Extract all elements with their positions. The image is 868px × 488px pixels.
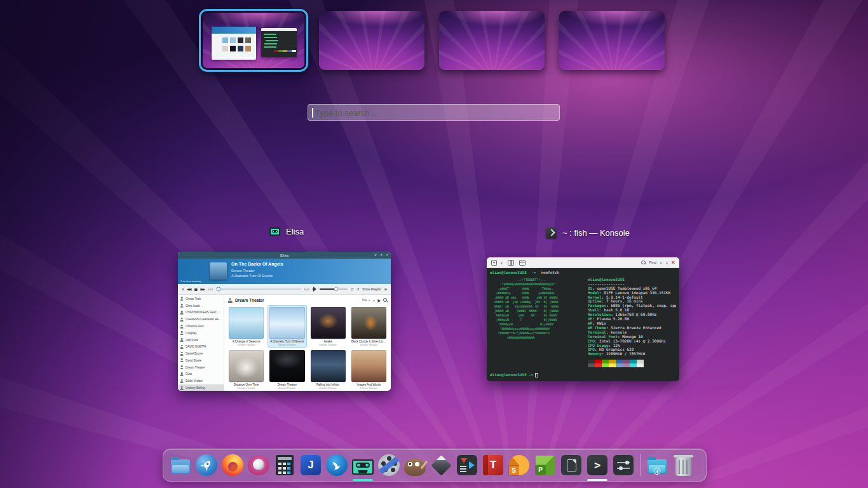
virtual-desktop-3[interactable] (439, 11, 545, 70)
seek-slider-knob[interactable] (217, 287, 221, 292)
dock-item-rocket-launcher[interactable] (195, 454, 218, 477)
skip-forward-button[interactable]: ▶▶ (200, 287, 205, 291)
dock-item-konsole[interactable]: > (586, 454, 609, 477)
dock-item-dolphin[interactable] (169, 454, 192, 477)
artist-person-icon (180, 345, 184, 349)
minimize-button[interactable]: ∨ (374, 252, 377, 259)
gimp-wilber-icon (404, 459, 426, 476)
dock-item-joplin[interactable]: J (299, 454, 322, 477)
split-view-top-bottom-icon[interactable] (519, 260, 526, 266)
artist-list-item[interactable]: Christina Perri (178, 323, 224, 330)
terminal-color-palette-row2 (588, 363, 676, 367)
dock-item-planmaker[interactable]: P (534, 454, 557, 477)
album-cover (351, 350, 386, 382)
search-icon[interactable] (383, 298, 388, 302)
dock-item-falkon[interactable] (325, 454, 348, 477)
album-item[interactable]: A Dramatic Turn Of Events Dream Theater (268, 306, 306, 347)
dock-item-settings[interactable] (612, 454, 635, 477)
artist-name: Daniel Boone (186, 352, 203, 355)
dock-separator (640, 454, 641, 477)
elisa-titlebar[interactable]: Elisa ∨ ∧ × (178, 252, 391, 259)
new-tab-dropdown-chevron[interactable]: ∨ (500, 261, 503, 265)
neofetch-info-line: DE: Plasma 5.20.80 (588, 317, 676, 322)
repeat-button[interactable]: ↺ (356, 287, 359, 291)
artist-list-item[interactable]: Creedence Clearwater Revival (178, 316, 224, 323)
prompt-arrow: -> (529, 373, 533, 377)
new-tab-icon[interactable] (491, 260, 497, 266)
album-item[interactable]: A Change of Seasons Dream Theater (227, 306, 265, 347)
artist-name: Creedence Clearwater Revival (186, 318, 222, 321)
pause-button[interactable]: ▮▮ (194, 287, 198, 291)
dock-item-presentations[interactable]: S (508, 454, 531, 477)
neofetch-output: ..:!?TBBBBT?!:.. '*$NNNNgNNNNNNNNNNNNNNN… (490, 278, 676, 367)
album-item[interactable]: Dream Theater Dream Theater (268, 349, 306, 390)
artist-list-item[interactable]: Daft Punk (178, 337, 224, 344)
skip-backward-button[interactable]: ◀◀ (187, 287, 191, 291)
terminal-area[interactable]: elias@lenovoSUSE -> neofetch ..:!?TBBBBT… (487, 268, 679, 381)
dock-item-elisa[interactable] (351, 454, 374, 477)
dock-item-video-app[interactable] (377, 454, 400, 477)
dock-item-diamond-app[interactable] (430, 454, 452, 477)
album-item[interactable]: Distance Over Time Dream Theater (227, 349, 265, 390)
dock-item-trash[interactable] (672, 454, 695, 477)
find-label[interactable]: Find (649, 261, 656, 264)
dock-item-downloads[interactable] (646, 454, 668, 477)
desktop-1-elisa-thumbnail[interactable] (212, 27, 256, 60)
dock-item-gimp[interactable] (403, 454, 426, 477)
virtual-desktop-2[interactable] (319, 11, 424, 70)
album-item[interactable]: Awake Dream Theater (309, 306, 347, 347)
artist-list-item[interactable]: Eddie Vedder (178, 377, 224, 384)
sort-dropdown[interactable]: Title ∨ (362, 299, 370, 302)
artist-list-item[interactable]: Cheap Trick (178, 295, 224, 302)
dock-item-firefox[interactable] (221, 454, 244, 477)
album-item[interactable]: Black Clouds & Silver Linings Dream Thea… (350, 306, 388, 347)
maximize-button[interactable]: ∧ (380, 252, 383, 259)
virtual-desktop-1[interactable] (199, 9, 308, 72)
album-item[interactable]: Images And Words Dream Theater (350, 349, 388, 390)
konsole-window[interactable]: ∨ Find ∨ ∧ × elias@lenovoSUSE -> neofetc… (487, 257, 679, 381)
neofetch-info-line: Terminal: konsole (588, 330, 676, 335)
now-playing-header: On The Backs Of Angels Dream Theater A D… (178, 259, 391, 284)
album-item[interactable]: Falling Into Infinity Dream Theater (309, 349, 347, 390)
find-next-chevron[interactable]: ∨ (660, 261, 662, 265)
artist-person-icon (180, 318, 184, 322)
artist-list-item[interactable]: DAVID GUETTA (178, 343, 224, 350)
desktop-1-konsole-thumbnail[interactable] (261, 28, 297, 57)
volume-icon[interactable] (313, 288, 315, 290)
artist-list-item[interactable]: Chris Isaak (178, 302, 224, 309)
split-view-left-right-icon[interactable] (508, 260, 514, 266)
collapse-header-button[interactable]: ∨ (182, 287, 184, 291)
artist-list-item[interactable]: Coldplay (178, 330, 224, 337)
artist-name: CHAINSMOKERS FEAT. XYLO, KIIARA (186, 311, 222, 314)
close-button[interactable]: × (386, 252, 388, 259)
elisa-window[interactable]: Elisa ∨ ∧ × On The Backs Of Angels Dream… (178, 252, 391, 391)
artist-list-item[interactable]: CHAINSMOKERS FEAT. XYLO, KIIARA (178, 309, 224, 316)
now-playing-album-art (210, 262, 227, 280)
volume-slider[interactable] (320, 288, 348, 290)
hamburger-menu-icon[interactable]: ≡ (384, 287, 387, 292)
album-artist: Dream Theater (229, 343, 264, 346)
artist-list-item[interactable]: David Bowie (178, 357, 224, 364)
virtual-desktop-4[interactable] (559, 11, 665, 70)
shuffle-button[interactable]: ⇄ (351, 287, 353, 291)
dock-item-moon-browser[interactable] (247, 454, 270, 477)
dock-item-kcalc[interactable] (273, 454, 296, 477)
close-find-icon[interactable]: × (672, 259, 675, 266)
artist-list-item[interactable]: Daniel Boone (178, 350, 224, 357)
seek-slider[interactable] (216, 288, 301, 290)
volume-knob[interactable] (334, 287, 339, 292)
artist-list-item[interactable]: Dusk (178, 371, 224, 378)
add-to-playlist-button[interactable]: + (373, 299, 376, 302)
dock-item-notes[interactable] (560, 454, 583, 477)
find-previous-chevron[interactable]: ∧ (665, 261, 668, 265)
search-input[interactable]: Type to search... (308, 104, 560, 121)
artist-list-item[interactable]: Dream Theater (178, 364, 224, 371)
find-icon[interactable] (641, 261, 646, 265)
dock-item-media-converter[interactable] (456, 454, 478, 477)
play-all-button[interactable]: ▶ (377, 298, 381, 302)
show-playlist-button[interactable]: Show Playlist (362, 287, 381, 291)
album-cover (351, 307, 386, 339)
running-indicator-elisa (353, 479, 373, 481)
dock-item-textmaker[interactable]: T (482, 454, 505, 477)
artist-list-item[interactable]: Lindsey Stirling (178, 384, 224, 391)
